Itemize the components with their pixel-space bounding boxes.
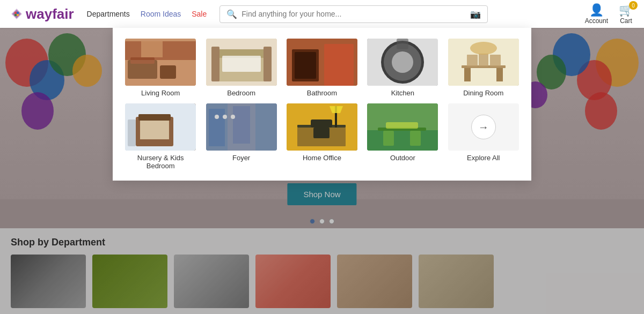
svg-rect-45 bbox=[209, 109, 225, 146]
living-room-svg bbox=[125, 39, 196, 86]
cart-badge: 🛒 0 bbox=[619, 3, 633, 17]
logo-text: wayfair bbox=[26, 6, 74, 23]
room-item-foyer[interactable]: Foyer bbox=[204, 103, 278, 170]
nursery-svg bbox=[125, 103, 196, 151]
room-image-outdoor bbox=[367, 103, 438, 151]
room-label-foyer: Foyer bbox=[232, 154, 250, 162]
room-item-nursery[interactable]: Nursery & Kids Bedroom bbox=[123, 103, 197, 170]
svg-rect-53 bbox=[311, 119, 332, 128]
svg-rect-38 bbox=[138, 114, 171, 121]
room-image-home-office bbox=[287, 103, 357, 151]
svg-rect-62 bbox=[386, 122, 418, 129]
room-label-kitchen: Kitchen bbox=[391, 89, 414, 97]
explore-all-button[interactable]: → bbox=[471, 115, 496, 139]
bathroom-svg bbox=[287, 39, 357, 86]
cart-label: Cart bbox=[620, 17, 632, 25]
svg-rect-39 bbox=[140, 121, 169, 139]
room-label-bedroom: Bedroom bbox=[227, 89, 255, 97]
room-image-bedroom bbox=[206, 39, 277, 86]
room-image-living-room bbox=[125, 39, 196, 86]
main-nav: Departments Room Ideas Sale bbox=[87, 10, 207, 18]
room-image-nursery bbox=[125, 103, 196, 151]
room-label-nursery: Nursery & Kids Bedroom bbox=[123, 154, 197, 170]
svg-rect-16 bbox=[211, 47, 219, 81]
room-item-outdoor[interactable]: Outdoor bbox=[365, 103, 440, 170]
nav-sale[interactable]: Sale bbox=[192, 10, 207, 18]
svg-point-47 bbox=[223, 115, 227, 119]
search-input[interactable] bbox=[241, 10, 470, 18]
svg-rect-34 bbox=[490, 55, 501, 66]
explore-circle: → bbox=[448, 103, 519, 151]
logo[interactable]: wayfair bbox=[11, 6, 74, 23]
svg-rect-33 bbox=[479, 54, 488, 66]
room-item-dining-room[interactable]: Dining Room bbox=[447, 39, 521, 97]
room-item-living-room[interactable]: Living Room bbox=[123, 39, 197, 97]
svg-point-35 bbox=[470, 42, 497, 55]
room-item-home-office[interactable]: Home Office bbox=[285, 103, 359, 170]
room-grid: Living Room Bedroom bbox=[123, 39, 521, 170]
svg-rect-8 bbox=[160, 65, 176, 79]
foyer-svg bbox=[206, 103, 277, 151]
room-image-bathroom bbox=[287, 39, 357, 86]
room-item-bedroom[interactable]: Bedroom bbox=[204, 39, 278, 97]
svg-rect-15 bbox=[222, 56, 261, 72]
account-label: Account bbox=[585, 17, 608, 25]
room-image-kitchen bbox=[367, 39, 438, 86]
room-label-living-room: Living Room bbox=[141, 89, 180, 97]
room-item-kitchen[interactable]: Kitchen bbox=[365, 39, 440, 97]
search-bar: 🔍 📷 bbox=[219, 5, 488, 23]
bedroom-svg bbox=[206, 39, 277, 86]
svg-rect-32 bbox=[467, 55, 478, 66]
svg-rect-54 bbox=[313, 128, 330, 138]
svg-rect-27 bbox=[397, 39, 408, 49]
svg-point-26 bbox=[392, 51, 413, 73]
cart-button[interactable]: 🛒 0 Cart bbox=[619, 3, 633, 25]
svg-rect-60 bbox=[383, 131, 394, 146]
header: wayfair Departments Room Ideas Sale 🔍 📷 … bbox=[0, 0, 644, 28]
svg-rect-58 bbox=[367, 130, 438, 151]
svg-rect-30 bbox=[464, 68, 471, 81]
nav-room-ideas[interactable]: Room Ideas bbox=[141, 10, 181, 18]
kitchen-svg bbox=[367, 39, 438, 86]
outdoor-svg bbox=[367, 103, 438, 151]
cart-count: 0 bbox=[629, 1, 638, 10]
svg-rect-22 bbox=[324, 44, 354, 86]
account-icon: 👤 bbox=[589, 3, 604, 17]
svg-rect-2 bbox=[14, 12, 17, 14]
svg-rect-40 bbox=[128, 119, 136, 146]
room-label-bathroom: Bathroom bbox=[307, 89, 337, 97]
svg-rect-3 bbox=[17, 12, 19, 14]
room-image-foyer bbox=[206, 103, 277, 151]
svg-rect-21 bbox=[295, 52, 316, 79]
logo-icon bbox=[11, 8, 23, 20]
header-actions: 👤 Account 🛒 0 Cart bbox=[585, 3, 633, 25]
svg-rect-44 bbox=[233, 106, 250, 144]
dining-svg bbox=[448, 39, 519, 86]
home-office-svg bbox=[287, 103, 357, 151]
room-label-dining-room: Dining Room bbox=[463, 89, 503, 97]
svg-point-48 bbox=[231, 115, 235, 119]
svg-point-46 bbox=[215, 115, 219, 119]
room-item-bathroom[interactable]: Bathroom bbox=[285, 39, 359, 97]
room-label-explore-all: Explore All bbox=[467, 154, 500, 162]
room-item-explore-all[interactable]: → Explore All bbox=[447, 103, 521, 170]
svg-rect-4 bbox=[14, 14, 17, 16]
search-icon: 🔍 bbox=[226, 9, 237, 19]
room-label-outdoor: Outdoor bbox=[390, 154, 415, 162]
room-image-dining-room bbox=[448, 39, 519, 86]
account-button[interactable]: 👤 Account bbox=[585, 3, 608, 25]
svg-rect-5 bbox=[17, 14, 19, 16]
svg-rect-11 bbox=[141, 41, 163, 57]
svg-rect-17 bbox=[264, 47, 272, 81]
room-ideas-dropdown: Living Room Bedroom bbox=[113, 28, 531, 181]
camera-icon[interactable]: 📷 bbox=[470, 9, 481, 19]
room-label-home-office: Home Office bbox=[303, 154, 341, 162]
svg-rect-31 bbox=[496, 68, 503, 81]
svg-rect-61 bbox=[410, 131, 421, 146]
nav-departments[interactable]: Departments bbox=[87, 10, 130, 18]
